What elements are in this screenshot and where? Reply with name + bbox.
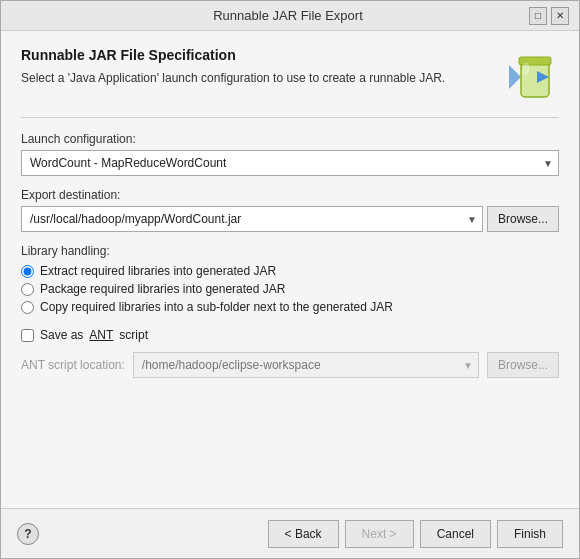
library-option-1-label: Extract required libraries into generate… [40, 264, 276, 278]
title-bar: Runnable JAR File Export □ ✕ [1, 1, 579, 31]
close-button[interactable]: ✕ [551, 7, 569, 25]
launch-config-select[interactable]: WordCount - MapReduceWordCount [21, 150, 559, 176]
footer-buttons: < Back Next > Cancel Finish [268, 520, 563, 548]
next-button[interactable]: Next > [345, 520, 414, 548]
library-option-3-label: Copy required libraries into a sub-folde… [40, 300, 393, 314]
back-button[interactable]: < Back [268, 520, 339, 548]
page-description: Select a 'Java Application' launch confi… [21, 69, 489, 87]
footer-left: ? [17, 523, 39, 545]
ant-location-input[interactable] [133, 352, 479, 378]
library-radio-2[interactable] [21, 283, 34, 296]
footer: ? < Back Next > Cancel Finish [1, 508, 579, 558]
export-dest-row: ▼ Browse... [21, 206, 559, 232]
library-option-2-label: Package required libraries into generate… [40, 282, 285, 296]
ant-location-label: ANT script location: [21, 358, 125, 372]
library-radio-3[interactable] [21, 301, 34, 314]
help-button[interactable]: ? [17, 523, 39, 545]
export-dest-browse-button[interactable]: Browse... [487, 206, 559, 232]
library-option-3[interactable]: Copy required libraries into a sub-folde… [21, 300, 559, 314]
library-option-2[interactable]: Package required libraries into generate… [21, 282, 559, 296]
export-dest-input-wrapper: ▼ [21, 206, 483, 232]
library-handling-label: Library handling: [21, 244, 559, 258]
title-bar-controls: □ ✕ [529, 7, 569, 25]
header-left: Runnable JAR File Specification Select a… [21, 47, 489, 87]
export-dest-label: Export destination: [21, 188, 559, 202]
maximize-button[interactable]: □ [529, 7, 547, 25]
finish-button[interactable]: Finish [497, 520, 563, 548]
launch-config-wrapper: WordCount - MapReduceWordCount ▼ [21, 150, 559, 176]
library-handling-radio-group: Extract required libraries into generate… [21, 264, 559, 314]
svg-marker-0 [509, 65, 521, 89]
save-ant-row[interactable]: Save as ANT script [21, 328, 559, 342]
svg-rect-4 [523, 63, 529, 75]
save-ant-keyword: ANT [89, 328, 113, 342]
content-area: Runnable JAR File Specification Select a… [1, 31, 579, 508]
save-ant-label-suffix: script [119, 328, 148, 342]
save-ant-label-prefix: Save as [40, 328, 83, 342]
library-radio-1[interactable] [21, 265, 34, 278]
ant-location-browse-button[interactable]: Browse... [487, 352, 559, 378]
ant-location-input-wrapper: ▼ [133, 352, 479, 378]
cancel-button[interactable]: Cancel [420, 520, 491, 548]
export-dest-input[interactable] [21, 206, 483, 232]
ant-location-row: ANT script location: ▼ Browse... [21, 352, 559, 378]
launch-config-label: Launch configuration: [21, 132, 559, 146]
library-option-1[interactable]: Extract required libraries into generate… [21, 264, 559, 278]
page-title: Runnable JAR File Specification [21, 47, 489, 63]
header-section: Runnable JAR File Specification Select a… [21, 47, 559, 107]
save-ant-checkbox[interactable] [21, 329, 34, 342]
dialog: Runnable JAR File Export □ ✕ Runnable JA… [0, 0, 580, 559]
jar-icon [499, 47, 559, 107]
section-divider [21, 117, 559, 118]
dialog-title: Runnable JAR File Export [47, 8, 529, 23]
